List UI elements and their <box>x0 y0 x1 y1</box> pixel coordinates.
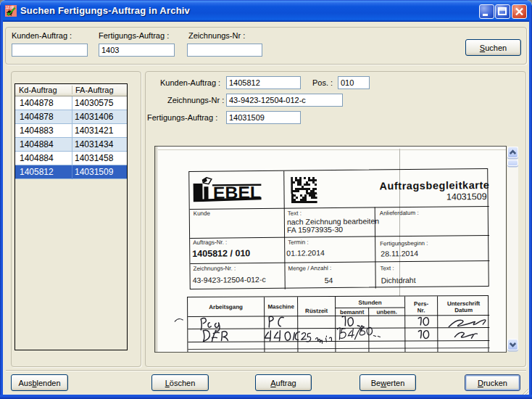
svg-text:EBEL: EBEL <box>213 184 261 203</box>
svg-text:12:00: 12:00 <box>6 6 14 9</box>
